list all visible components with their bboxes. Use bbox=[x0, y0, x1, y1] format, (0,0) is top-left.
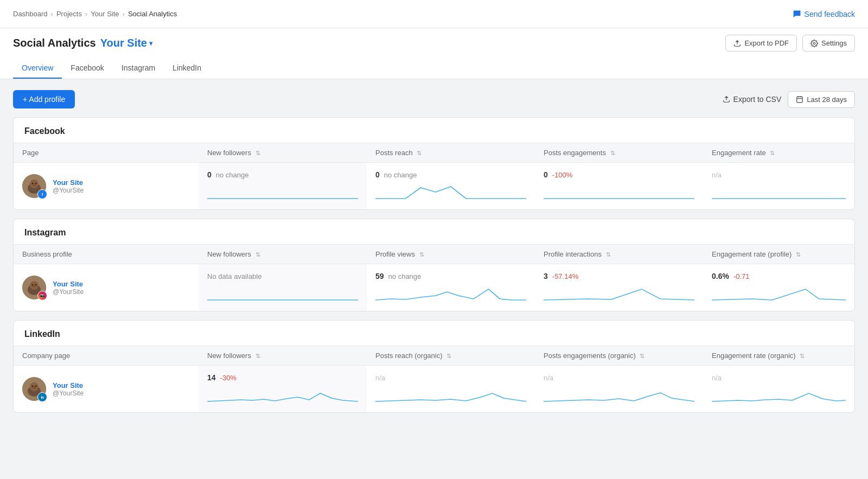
li-reach-cell: n/a bbox=[367, 366, 535, 413]
export-csv-button[interactable]: Export to CSV bbox=[723, 95, 782, 104]
li-col-rate[interactable]: Engagement rate (organic) ⇅ bbox=[703, 346, 854, 366]
fb-col-reach[interactable]: Posts reach ⇅ bbox=[367, 143, 535, 163]
metric-change: no change bbox=[384, 171, 417, 179]
breadcrumb-projects[interactable]: Projects bbox=[56, 10, 82, 18]
send-feedback-link[interactable]: Send feedback bbox=[793, 10, 855, 18]
metric-change: no change bbox=[216, 171, 249, 179]
add-profile-label: + Add profile bbox=[23, 95, 65, 104]
fb-col-page: Page bbox=[14, 143, 199, 163]
metric-value: 59 bbox=[375, 272, 384, 280]
sort-icon: ⇅ bbox=[640, 353, 644, 359]
ig-followers-cell: No data available bbox=[199, 264, 367, 311]
li-col-engagements[interactable]: Posts engagements (organic) ⇅ bbox=[535, 346, 703, 366]
date-range-button[interactable]: Last 28 days bbox=[788, 91, 855, 108]
sort-icon: ⇅ bbox=[417, 150, 422, 156]
profile-name[interactable]: Your Site bbox=[53, 381, 84, 389]
instagram-badge: 📷 bbox=[37, 291, 47, 301]
li-engagements-cell: n/a bbox=[535, 366, 703, 413]
tab-facebook[interactable]: Facebook bbox=[62, 58, 112, 79]
sparkline-ig-rate bbox=[712, 284, 846, 303]
fb-col-followers[interactable]: New followers ⇅ bbox=[199, 143, 367, 163]
sparkline-li-engagements bbox=[544, 385, 694, 405]
message-icon bbox=[793, 10, 801, 18]
profile-handle: @YourSite bbox=[53, 288, 84, 296]
ig-col-rate[interactable]: Engagement rate (profile) ⇅ bbox=[703, 245, 854, 264]
fb-col-engagements[interactable]: Posts engagements ⇅ bbox=[535, 143, 703, 163]
export-pdf-button[interactable]: Export to PDF bbox=[725, 35, 797, 52]
avatar: 📷 bbox=[22, 276, 46, 299]
fb-col-rate[interactable]: Engagement rate ⇅ bbox=[703, 143, 854, 163]
page-title: Social Analytics bbox=[13, 37, 96, 49]
top-bar: Dashboard › Projects › Your Site › Socia… bbox=[0, 0, 868, 28]
metric-value: 14 bbox=[207, 373, 216, 382]
ig-col-interactions[interactable]: Profile interactions ⇅ bbox=[535, 245, 703, 264]
sparkline-li-rate bbox=[712, 385, 846, 405]
fb-engagements-cell: 0 -100% bbox=[535, 163, 703, 210]
ig-col-profile: Business profile bbox=[14, 245, 199, 264]
table-row: in Your Site @YourSite 14 -3 bbox=[14, 366, 854, 413]
settings-button[interactable]: Settings bbox=[802, 35, 855, 52]
ig-rate-cell: 0.6% -0.71 bbox=[703, 264, 854, 311]
sort-icon: ⇅ bbox=[446, 353, 451, 359]
breadcrumb-your-site[interactable]: Your Site bbox=[91, 10, 119, 18]
sort-icon: ⇅ bbox=[256, 353, 260, 359]
breadcrumb-dashboard[interactable]: Dashboard bbox=[13, 10, 48, 18]
profile-handle: @YourSite bbox=[53, 187, 84, 194]
profile-name[interactable]: Your Site bbox=[53, 178, 84, 187]
tab-linkedin[interactable]: LinkedIn bbox=[164, 58, 210, 79]
facebook-badge: f bbox=[37, 189, 47, 199]
sparkline-ig-interactions bbox=[544, 284, 694, 303]
sparkline-fb-reach bbox=[375, 182, 526, 202]
main-content: + Add profile Export to CSV Last 28 days… bbox=[0, 79, 868, 432]
sort-icon: ⇅ bbox=[419, 251, 424, 258]
fb-rate-cell: n/a bbox=[703, 163, 854, 210]
sparkline-fb-followers bbox=[207, 182, 358, 202]
sort-icon: ⇅ bbox=[610, 150, 615, 156]
ig-col-views[interactable]: Profile views ⇅ bbox=[367, 245, 535, 264]
sort-icon: ⇅ bbox=[256, 251, 260, 258]
tab-overview[interactable]: Overview bbox=[13, 58, 62, 79]
profile-name[interactable]: Your Site bbox=[53, 280, 84, 288]
linkedin-table: Company page New followers ⇅ Posts reach… bbox=[14, 346, 854, 412]
svg-point-21 bbox=[35, 386, 37, 387]
sparkline-fb-rate bbox=[712, 182, 846, 202]
profile-handle: @YourSite bbox=[53, 389, 84, 397]
instagram-table: Business profile New followers ⇅ Profile… bbox=[14, 244, 854, 311]
breadcrumb-sep-1: › bbox=[51, 10, 53, 18]
ig-views-cell: 59 no change bbox=[367, 264, 535, 311]
svg-point-10 bbox=[33, 184, 36, 186]
content-toolbar: + Add profile Export to CSV Last 28 days bbox=[13, 90, 855, 108]
metric-value: 0 bbox=[207, 170, 212, 179]
breadcrumb-sep-2: › bbox=[85, 10, 87, 18]
svg-point-8 bbox=[32, 183, 34, 184]
gear-icon bbox=[810, 40, 818, 47]
tab-instagram[interactable]: Instagram bbox=[113, 58, 164, 79]
add-profile-button[interactable]: + Add profile bbox=[13, 90, 75, 108]
li-col-followers[interactable]: New followers ⇅ bbox=[199, 346, 367, 366]
sort-icon: ⇅ bbox=[800, 353, 805, 359]
facebook-table: Page New followers ⇅ Posts reach ⇅ Posts… bbox=[14, 143, 854, 209]
date-range-label: Last 28 days bbox=[807, 95, 847, 104]
metric-change-negative: -100% bbox=[552, 171, 573, 179]
site-name-selector[interactable]: Your Site ▾ bbox=[100, 37, 152, 49]
no-data-label: No data available bbox=[207, 272, 261, 280]
svg-point-16 bbox=[33, 285, 36, 288]
metric-value: 0.6% bbox=[712, 272, 729, 280]
metric-change-negative: -30% bbox=[220, 374, 237, 382]
linkedin-section-title: LinkedIn bbox=[14, 321, 854, 346]
ig-profile-cell: 📷 Your Site @YourSite bbox=[14, 264, 199, 311]
linkedin-badge: in bbox=[37, 392, 47, 402]
li-col-reach[interactable]: Posts reach (organic) ⇅ bbox=[367, 346, 535, 366]
export-pdf-label: Export to PDF bbox=[744, 39, 789, 47]
ig-col-followers[interactable]: New followers ⇅ bbox=[199, 245, 367, 264]
metric-value: 0 bbox=[375, 170, 380, 179]
table-row: 📷 Your Site @YourSite No data available bbox=[14, 264, 854, 311]
sparkline-ig-views bbox=[375, 284, 526, 303]
sort-icon: ⇅ bbox=[256, 150, 260, 156]
metric-value: 0 bbox=[544, 170, 548, 179]
svg-point-15 bbox=[35, 284, 37, 286]
instagram-section: Instagram Business profile New followers… bbox=[13, 219, 855, 311]
ig-interactions-cell: 3 -57.14% bbox=[535, 264, 703, 311]
table-row: f Your Site @YourSite 0 no c bbox=[14, 163, 854, 210]
fb-profile-cell: f Your Site @YourSite bbox=[14, 163, 199, 210]
